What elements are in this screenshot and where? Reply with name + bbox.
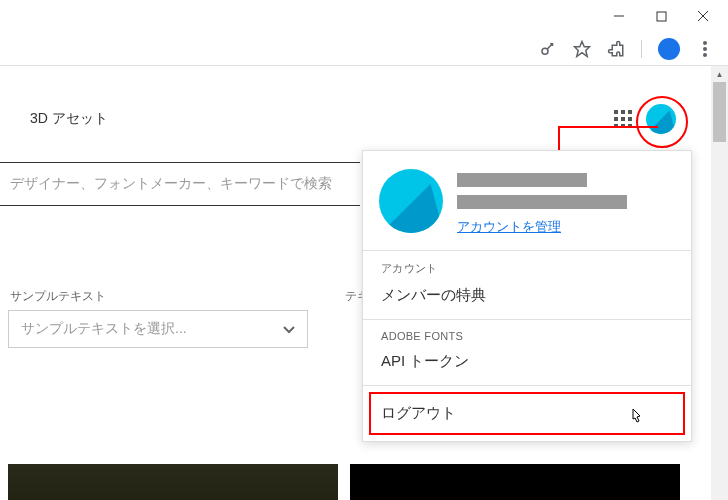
key-icon[interactable] — [539, 40, 557, 58]
font-thumb-1[interactable] — [8, 464, 338, 500]
font-thumb-2[interactable]: Cocktail Cuntle — [350, 464, 680, 500]
window-controls — [612, 0, 728, 32]
manage-account-link[interactable]: アカウントを管理 — [457, 219, 561, 234]
section-label-fonts: ADOBE FONTS — [381, 330, 673, 342]
dropdown-section-fonts: ADOBE FONTS API トークン — [363, 319, 691, 385]
search-input[interactable]: デザイナー、フォントメーカー、キーワードで検索 — [0, 162, 360, 206]
svg-point-6 — [703, 41, 707, 45]
vertical-scrollbar[interactable]: ▲ — [711, 66, 728, 500]
toolbar-divider — [641, 40, 642, 58]
user-avatar-large — [379, 169, 443, 233]
svg-marker-5 — [575, 42, 590, 57]
logout-label: ログアウト — [381, 404, 456, 421]
minimize-button[interactable] — [612, 9, 626, 23]
user-name-redacted — [457, 173, 587, 187]
scroll-thumb[interactable] — [713, 82, 726, 142]
maximize-button[interactable] — [654, 9, 668, 23]
kebab-menu-icon[interactable] — [696, 40, 714, 58]
user-email-redacted — [457, 195, 627, 209]
sample-text-label: サンプルテキスト — [10, 288, 106, 305]
nav-tab-3d-assets[interactable]: 3D アセット — [30, 110, 108, 128]
scroll-up-arrow[interactable]: ▲ — [711, 66, 728, 82]
menu-item-api-token[interactable]: API トークン — [381, 352, 673, 371]
apps-grid-icon[interactable] — [614, 110, 632, 128]
extensions-icon[interactable] — [607, 40, 625, 58]
font-thumbnails: Cocktail Cuntle — [8, 464, 680, 500]
menu-item-logout[interactable]: ログアウト — [363, 385, 691, 441]
cursor-pointer-icon — [627, 407, 643, 431]
svg-rect-1 — [657, 12, 666, 21]
account-dropdown: アカウントを管理 アカウント メンバーの特典 ADOBE FONTS API ト… — [362, 150, 692, 442]
svg-point-8 — [703, 53, 707, 57]
page-content: 3D アセット デザイナー、フォントメーカー、キーワードで検索 サンプルテキスト… — [0, 66, 710, 500]
section-label-account: アカウント — [381, 261, 673, 276]
select-placeholder: サンプルテキストを選択... — [21, 320, 187, 338]
dropdown-section-account: アカウント メンバーの特典 — [363, 250, 691, 319]
chevron-down-icon — [283, 321, 295, 337]
svg-point-4 — [542, 48, 548, 54]
dropdown-header: アカウントを管理 — [363, 151, 691, 250]
browser-profile-avatar[interactable] — [658, 38, 680, 60]
star-icon[interactable] — [573, 40, 591, 58]
user-info: アカウントを管理 — [457, 169, 675, 236]
close-button[interactable] — [696, 9, 710, 23]
menu-item-benefits[interactable]: メンバーの特典 — [381, 286, 673, 305]
svg-point-7 — [703, 47, 707, 51]
browser-toolbar — [539, 32, 728, 66]
user-avatar-button[interactable] — [646, 104, 676, 134]
sample-text-select[interactable]: サンプルテキストを選択... — [8, 310, 308, 348]
